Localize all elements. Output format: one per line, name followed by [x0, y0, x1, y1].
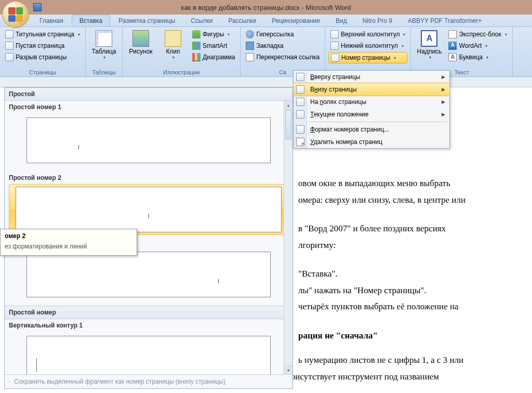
cover-page-button[interactable]: Титульная страница	[3, 29, 82, 40]
hyperlink-label: Гиперссылка	[256, 31, 294, 38]
scroll-thumb[interactable]	[285, 110, 291, 139]
submenu-page-margins[interactable]: На полях страницы ▶	[294, 96, 449, 108]
gallery-item-title: Вертикальный контур 1	[5, 319, 292, 332]
scroll-up-button[interactable]: ▴	[284, 101, 292, 110]
picture-icon	[132, 30, 149, 47]
header-label: Верхний колонтитул	[341, 31, 400, 38]
group-tables-label: Таблицы	[89, 68, 119, 75]
crossref-label: Перекрестная ссылка	[256, 54, 320, 61]
wordart-label: WordArt	[459, 42, 482, 49]
submenu-label: Формат номеров страниц...	[310, 126, 389, 133]
gallery-scrollbar[interactable]: ▴ ▾	[284, 101, 292, 374]
chart-label: Диаграмма	[203, 54, 235, 61]
group-text: A Надпись Экспресс-блок AWordArt AБуквиц…	[411, 27, 512, 76]
clip-button[interactable]: Клип	[158, 29, 188, 62]
submenu-separator	[309, 122, 447, 122]
dropcap-button[interactable]: AБуквица	[446, 52, 509, 62]
page-break-button[interactable]: Разрыв страницы	[3, 52, 82, 62]
top-page-icon	[296, 73, 304, 81]
tab-review[interactable]: Рецензирование	[264, 15, 327, 27]
table-button[interactable]: Таблица	[89, 29, 119, 61]
submenu-remove-numbers[interactable]: ✕ Удалить номера страниц	[294, 136, 449, 148]
gallery-item-vertical-1[interactable]: Вертикальный контур 1	[5, 319, 292, 374]
crossref-icon	[246, 53, 254, 61]
header-icon	[330, 30, 339, 38]
submenu-label: Текущее положение	[310, 111, 368, 118]
bookmark-button[interactable]: Закладка	[244, 41, 322, 51]
tab-insert[interactable]: Вставка	[72, 15, 111, 27]
gallery-item-simple-2[interactable]: Простой номер 2 I	[5, 172, 292, 235]
quickparts-button[interactable]: Экспресс-блок	[446, 29, 509, 40]
clip-label: Клип	[166, 48, 180, 55]
ribbon-tabs: Главная Вставка Разметка страницы Ссылки…	[0, 15, 532, 27]
chevron-right-icon: ▶	[442, 87, 445, 92]
margins-icon	[296, 98, 304, 106]
footer-label: Нижний колонтитул	[341, 42, 398, 49]
submenu-bottom-of-page[interactable]: Внизу страницы ▶	[293, 83, 450, 96]
chevron-right-icon: ▶	[442, 112, 445, 117]
doc-text: ь нумерацию листов не с цифры 1, а с 3 и…	[298, 353, 527, 367]
cover-page-icon	[5, 30, 14, 38]
doc-text: "Вставка".	[298, 267, 527, 281]
submenu-label: Удалить номера страниц	[310, 138, 382, 146]
horizontal-ruler[interactable]: 56789101112	[0, 77, 532, 87]
gallery-header-simple-num: Простой номер	[5, 306, 292, 319]
scroll-down-button[interactable]: ▾	[284, 365, 292, 374]
tab-layout[interactable]: Разметка страницы	[111, 15, 182, 27]
bottom-page-icon	[296, 85, 304, 94]
blank-page-button[interactable]: Пустая страница	[3, 41, 82, 51]
picture-label: Рисунок	[129, 48, 152, 55]
footer-button[interactable]: Нижний колонтитул	[328, 41, 407, 51]
submenu-format-numbers[interactable]: Формат номеров страниц...	[294, 123, 449, 136]
dropcap-icon: A	[448, 53, 457, 61]
gallery-save-label: Сохранить выделенный фрагмент как номер …	[14, 378, 225, 385]
chevron-right-icon: ▶	[442, 99, 445, 104]
doc-text: четырёх пунктов выбрать её положение на	[298, 300, 527, 313]
header-button[interactable]: Верхний колонтитул	[328, 29, 407, 40]
vertical-line-decoration	[36, 358, 37, 372]
wordart-button[interactable]: AWordArt	[446, 41, 509, 51]
chart-button[interactable]: Диаграмма	[190, 52, 237, 62]
tab-home[interactable]: Главная	[32, 15, 71, 27]
tab-nitro[interactable]: Nitro Pro 9	[355, 15, 400, 27]
format-icon	[296, 125, 304, 134]
smartart-button[interactable]: SmartArt	[190, 41, 237, 51]
gallery-preview: I	[26, 117, 271, 163]
office-button[interactable]	[2, 1, 29, 28]
submenu-label: Внизу страницы	[310, 86, 357, 93]
wordart-icon: A	[448, 42, 457, 50]
hyperlink-button[interactable]: Гиперссылка	[244, 29, 322, 40]
save-icon[interactable]	[33, 3, 42, 11]
cover-page-label: Титульная страница	[16, 31, 74, 38]
save-selection-icon	[9, 381, 10, 382]
tab-view[interactable]: Вид	[328, 15, 354, 27]
ribbon: Титульная страница Пустая страница Разры…	[0, 27, 532, 77]
page-break-icon	[5, 53, 14, 61]
smartart-icon	[192, 42, 201, 50]
chart-icon	[192, 53, 201, 61]
doc-text: в "Ворд 2007" и более поздних версиях	[298, 222, 527, 235]
submenu-current-position[interactable]: Текущее положение ▶	[294, 108, 449, 121]
textbox-button[interactable]: A Надпись	[414, 29, 444, 62]
picture-button[interactable]: Рисунок	[126, 29, 156, 62]
doc-text: лы" нажать на "Номер страницы".	[298, 284, 527, 297]
gallery-item-simple-1[interactable]: Простой номер 1 I	[5, 101, 292, 172]
bookmark-label: Закладка	[256, 42, 283, 49]
crossref-button[interactable]: Перекрестная ссылка	[244, 52, 322, 62]
remove-icon: ✕	[296, 138, 304, 146]
bookmark-icon	[246, 42, 254, 50]
tab-references[interactable]: Ссылки	[183, 15, 220, 27]
blank-page-icon	[5, 42, 14, 50]
tab-mailings[interactable]: Рассылки	[221, 15, 263, 27]
clip-icon	[165, 30, 181, 47]
submenu-top-of-page[interactable]: Вверху страницы ▶	[294, 71, 449, 83]
gallery-save-selection[interactable]: Сохранить выделенный фрагмент как номер …	[5, 374, 292, 388]
page-number-button[interactable]: Номер страницы	[328, 52, 407, 63]
tab-abbyy[interactable]: ABBYY PDF Transformer+	[401, 15, 489, 27]
shapes-button[interactable]: Фигуры	[190, 29, 237, 40]
gallery-item-tooltip: омер 2 ез форматирования и линий	[0, 229, 137, 256]
gallery-preview: I	[26, 252, 271, 297]
blank-page-label: Пустая страница	[16, 42, 64, 49]
doc-heading: рация не "сначала"	[298, 329, 527, 343]
group-illustrations-label: Иллюстрации	[126, 68, 237, 75]
